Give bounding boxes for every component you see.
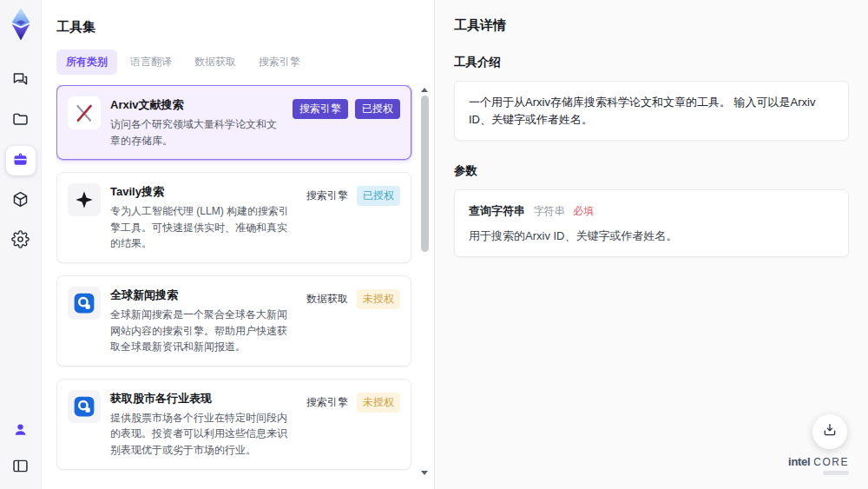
- param-header: 查询字符串 字符串 必填: [469, 202, 834, 220]
- tool-description: 访问各个研究领域大量科学论文和文章的存储库。: [110, 116, 283, 149]
- scrollbar-thumb[interactable]: [421, 96, 429, 252]
- tool-text: 全球新闻搜索 全球新闻搜索是一个聚合全球各大新闻网站内容的搜索引擎。帮助用户快速…: [110, 287, 295, 355]
- chat-icon: [11, 70, 30, 92]
- sidebar-item-collapse[interactable]: [6, 453, 36, 482]
- user-icon: [12, 421, 29, 441]
- tool-auth-badge: 已授权: [357, 186, 400, 206]
- collapse-panel-icon: [11, 457, 30, 479]
- tab-data-fetching[interactable]: 数据获取: [185, 50, 246, 75]
- sidebar-nav: [6, 66, 36, 255]
- params-heading: 参数: [454, 163, 849, 179]
- sidebar: [0, 0, 42, 489]
- tool-icon: [68, 96, 101, 129]
- scrollbar-up-arrow[interactable]: [421, 88, 428, 92]
- tool-description: 全球新闻搜索是一个聚合全球各大新闻网站内容的搜索引擎。帮助用户快速获取全球最新资…: [110, 307, 295, 355]
- intro-card: 一个用于从Arxiv存储库搜索科学论文和文章的工具。 输入可以是Arxiv ID…: [454, 81, 849, 141]
- intel-core-logo: intelCORE: [788, 455, 849, 475]
- tool-text: Tavily搜索 专为人工智能代理 (LLM) 构建的搜索引擎工具。可快速提供实…: [110, 183, 295, 252]
- tool-auth-badge: 未授权: [357, 393, 400, 413]
- sidebar-item-account[interactable]: [6, 416, 36, 446]
- brand-core-text: CORE: [813, 456, 849, 468]
- folder-icon: [11, 110, 30, 132]
- tab-all-categories[interactable]: 所有类别: [56, 50, 117, 75]
- page-title: 工具集: [56, 19, 434, 36]
- sidebar-bottom: [0, 416, 41, 482]
- tool-icon: [68, 390, 101, 423]
- tool-tags: 数据获取 未授权: [305, 287, 400, 355]
- sidebar-item-files[interactable]: [6, 106, 36, 135]
- tool-auth-badge: 已授权: [355, 99, 400, 119]
- param-card: 查询字符串 字符串 必填 用于搜索的Arxiv ID、关键字或作者姓名。: [454, 189, 849, 257]
- toolbox-icon: [11, 150, 30, 172]
- intro-heading: 工具介绍: [454, 55, 849, 70]
- tab-search-engine[interactable]: 搜索引擎: [249, 50, 310, 75]
- scrollbar-down-arrow[interactable]: [421, 471, 428, 475]
- tool-category-tag: 数据获取: [305, 289, 350, 309]
- category-tabs: 所有类别 语言翻译 数据获取 搜索引擎: [56, 50, 434, 75]
- tool-details-panel: 工具详情 工具介绍 一个用于从Arxiv存储库搜索科学论文和文章的工具。 输入可…: [434, 0, 868, 489]
- download-icon: [822, 422, 838, 441]
- tool-list: Arxiv文献搜索 访问各个研究领域大量科学论文和文章的存储库。 搜索引擎 已授…: [56, 85, 434, 480]
- param-required-badge: 必填: [573, 205, 594, 217]
- tool-card[interactable]: Arxiv文献搜索 访问各个研究领域大量科学论文和文章的存储库。 搜索引擎 已授…: [56, 85, 411, 160]
- tool-name: 获取股市各行业表现: [110, 391, 295, 406]
- brand-intel-text: intel: [788, 455, 810, 468]
- tool-card[interactable]: Tavily搜索 专为人工智能代理 (LLM) 构建的搜索引擎工具。可快速提供实…: [56, 172, 411, 263]
- intro-text: 一个用于从Arxiv存储库搜索科学论文和文章的工具。 输入可以是Arxiv ID…: [469, 96, 815, 126]
- tool-category-tag: 搜索引擎: [293, 99, 348, 119]
- tool-icon: [68, 287, 101, 320]
- tool-tags: 搜索引擎 未授权: [305, 390, 400, 459]
- tool-card[interactable]: 获取股市各行业表现 提供股票市场各个行业在特定时间段内的表现。投资者可以利用这些…: [56, 379, 411, 470]
- param-description: 用于搜索的Arxiv ID、关键字或作者姓名。: [469, 228, 834, 245]
- tool-category-tag: 搜索引擎: [305, 393, 350, 413]
- tool-category-tag: 搜索引擎: [305, 186, 350, 206]
- download-button[interactable]: [812, 414, 847, 449]
- tool-cards: Arxiv文献搜索 访问各个研究领域大量科学论文和文章的存储库。 搜索引擎 已授…: [56, 85, 411, 480]
- app-logo: [8, 7, 34, 42]
- tool-card[interactable]: 全球新闻搜索 全球新闻搜索是一个聚合全球各大新闻网站内容的搜索引擎。帮助用户快速…: [56, 275, 411, 367]
- tool-name: 全球新闻搜索: [110, 287, 295, 303]
- settings-gear-icon: [11, 230, 30, 252]
- tool-auth-badge: 未授权: [357, 289, 400, 309]
- tool-description: 提供股票市场各个行业在特定时间段内的表现。投资者可以利用这些信息来识别表现优于或…: [110, 410, 295, 459]
- scrollbar[interactable]: [418, 85, 429, 480]
- sidebar-item-settings[interactable]: [6, 226, 36, 255]
- tool-text: Arxiv文献搜索 访问各个研究领域大量科学论文和文章的存储库。: [110, 96, 283, 149]
- sidebar-item-chat[interactable]: [6, 66, 36, 96]
- sidebar-item-tools[interactable]: [6, 146, 36, 175]
- tool-name: Arxiv文献搜索: [110, 97, 283, 113]
- sidebar-item-packages[interactable]: [6, 186, 36, 215]
- param-name: 查询字符串: [469, 204, 525, 217]
- tool-tags: 搜索引擎 已授权: [305, 183, 400, 252]
- tool-list-panel: 工具集 所有类别 语言翻译 数据获取 搜索引擎 Arxiv文献搜索 访问各个研究…: [42, 0, 434, 489]
- brand-sub-badge: [823, 471, 849, 475]
- param-type: 字符串: [534, 205, 565, 217]
- details-title: 工具详情: [454, 17, 849, 34]
- tool-name: Tavily搜索: [110, 184, 295, 200]
- tool-icon: [68, 183, 101, 216]
- tool-tags: 搜索引擎 已授权: [293, 96, 400, 149]
- tool-text: 获取股市各行业表现 提供股票市场各个行业在特定时间段内的表现。投资者可以利用这些…: [110, 390, 295, 459]
- app-window: 工具集 所有类别 语言翻译 数据获取 搜索引擎 Arxiv文献搜索 访问各个研究…: [0, 0, 868, 489]
- tab-language-translation[interactable]: 语言翻译: [121, 50, 181, 75]
- tool-description: 专为人工智能代理 (LLM) 构建的搜索引擎工具。可快速提供实时、准确和真实的结…: [110, 203, 295, 252]
- package-icon: [11, 190, 30, 212]
